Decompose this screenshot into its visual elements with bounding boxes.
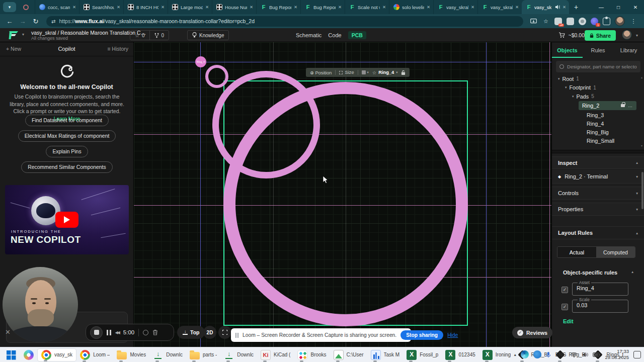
- browser-tab[interactable]: vasy_skral/: [477, 0, 522, 14]
- tab-close-icon[interactable]: [562, 5, 566, 10]
- scrollbar-thumb[interactable]: [641, 172, 643, 209]
- tab-audio-icon[interactable]: [555, 5, 560, 10]
- browser-tab[interactable]: solo levelin: [389, 0, 433, 14]
- taskbar-item[interactable]: [3, 348, 20, 361]
- layer-swatch-dropdown[interactable]: ▾: [362, 70, 369, 74]
- browser-menu-icon[interactable]: ⋮: [629, 17, 637, 25]
- reviews-button[interactable]: ✓ Reviews: [512, 327, 552, 338]
- tab-objects[interactable]: Objects: [552, 45, 583, 58]
- maximize-button[interactable]: □: [610, 5, 627, 10]
- taskbar-item[interactable]: parts -: [186, 348, 220, 361]
- pad-origin-badge[interactable]: Ring_4: [195, 56, 206, 67]
- tab-close-icon[interactable]: [338, 5, 342, 10]
- taskbar-item[interactable]: KiCad (: [257, 348, 294, 361]
- hide-banner-link[interactable]: Hide: [447, 332, 458, 338]
- new-tab-button[interactable]: +: [574, 3, 578, 11]
- taskbar-item[interactable]: Loom –: [76, 348, 113, 361]
- site-info-icon[interactable]: ⇄: [51, 19, 55, 24]
- panel-close-icon[interactable]: ✕: [5, 328, 11, 336]
- address-bar[interactable]: ⇄ https://www.flux.ai/vasy_skral/reasona…: [46, 16, 523, 27]
- speaker-icon[interactable]: [582, 352, 588, 357]
- row-menu-icon[interactable]: …: [628, 103, 633, 108]
- unlock-icon[interactable]: [401, 70, 406, 75]
- tab-close-icon[interactable]: [161, 5, 165, 10]
- knowledge-button[interactable]: Knowledge: [187, 30, 229, 40]
- flux-logo-icon[interactable]: [7, 30, 20, 41]
- taskbar-item[interactable]: Task M: [367, 348, 404, 361]
- tree-caret-icon[interactable]: ▾: [565, 85, 567, 89]
- close-window-button[interactable]: ✕: [627, 5, 644, 10]
- tab-search-chevron-icon[interactable]: ▾: [3, 2, 16, 12]
- stop-sharing-button[interactable]: Stop sharing: [400, 330, 443, 340]
- browser-tab[interactable]: Searchhous: [79, 0, 123, 14]
- taskbar-item[interactable]: C:\User: [330, 348, 367, 361]
- actual-tab[interactable]: Actual: [557, 247, 596, 257]
- project-title[interactable]: vasy_skral / Reasonable Maroon Translati…: [31, 30, 146, 36]
- tab-pcb[interactable]: PCB: [348, 31, 366, 39]
- lock-icon[interactable]: [621, 104, 625, 107]
- extension-icon[interactable]: [567, 18, 574, 25]
- restart-icon[interactable]: ◀◀: [115, 330, 119, 335]
- taskbar-item[interactable]: Fossil_p: [403, 348, 442, 361]
- position-tool[interactable]: ⊕ Position: [310, 70, 332, 75]
- user-avatar[interactable]: [622, 30, 632, 40]
- logo-caret-icon[interactable]: ▾: [22, 32, 24, 37]
- scroll-down-icon[interactable]: ▾: [641, 144, 642, 147]
- pad-selector-dropdown[interactable]: ☆Ring_4▾: [372, 70, 398, 75]
- taskbar-item[interactable]: Downlc: [220, 348, 257, 361]
- browser-tab[interactable]: Bug Report: [300, 0, 345, 14]
- tab-close-icon[interactable]: [205, 5, 209, 10]
- asset-field[interactable]: Asset Ring_4: [572, 280, 628, 296]
- youtube-play-button[interactable]: [55, 212, 78, 228]
- delete-recording-icon[interactable]: [152, 329, 158, 335]
- object-search-input[interactable]: Designator, part name or selector: [556, 61, 640, 72]
- scale-field[interactable]: Scale 0.03: [572, 297, 628, 313]
- tree-group-row[interactable]: ▾ Footprint 1: [552, 83, 644, 93]
- inspect-section-header[interactable]: Inspect▴: [552, 156, 644, 169]
- tab-close-icon[interactable]: [515, 5, 519, 10]
- tray-chevron-icon[interactable]: ▴: [514, 352, 516, 357]
- pcb-canvas[interactable]: Ring_4 ⊕ Position Size ▾ ☆Ring_4▾: [134, 42, 551, 347]
- copilot-video-thumbnail[interactable]: INTRODUCING THE NEW COPILOT: [5, 185, 129, 254]
- terminal-row[interactable]: ◆Ring_2 · Terminal ▾: [552, 170, 644, 184]
- tree-group-row[interactable]: ▾ Root 1: [552, 74, 644, 83]
- tree-row[interactable]: Ring_4: [587, 119, 604, 128]
- tree-row[interactable]: Ring_3: [587, 111, 604, 120]
- tree-row[interactable]: Ring_Big: [587, 128, 609, 137]
- properties-section-header[interactable]: Properties▾: [552, 203, 644, 216]
- tree-caret-icon[interactable]: ▾: [558, 77, 560, 81]
- tab-close-icon[interactable]: [294, 5, 297, 10]
- browser-tab[interactable]: Scale not w: [345, 0, 389, 14]
- minimize-button[interactable]: —: [593, 5, 610, 10]
- browser-profile-avatar[interactable]: [615, 16, 625, 26]
- pad-ring[interactable]: [223, 82, 468, 326]
- computed-tab[interactable]: Computed: [596, 247, 635, 257]
- back-button[interactable]: ←: [3, 18, 16, 25]
- stop-recording-button[interactable]: [90, 326, 103, 339]
- taskbar-item[interactable]: Ironing: [479, 348, 515, 361]
- scale-value[interactable]: 0.03: [577, 302, 628, 308]
- browser-tab[interactable]: Bug Report: [256, 0, 300, 14]
- taskbar-item[interactable]: Downlc: [149, 348, 186, 361]
- wifi-icon[interactable]: [571, 352, 578, 357]
- taskbar-item[interactable]: [20, 348, 37, 361]
- onedrive-icon[interactable]: [533, 350, 541, 358]
- avatar-caret-icon[interactable]: ▾: [636, 33, 638, 38]
- tab-library[interactable]: Library: [613, 45, 644, 58]
- size-tool[interactable]: Size: [339, 70, 354, 75]
- cart-button[interactable]: ~$0.00: [558, 28, 585, 42]
- bookmark-star-icon[interactable]: ☆: [542, 17, 550, 25]
- notification-center-icon[interactable]: [633, 351, 641, 358]
- copilot-prompt-button[interactable]: Find Datasheet for component: [25, 115, 109, 126]
- reload-button[interactable]: ↻: [29, 18, 42, 25]
- browser-tab[interactable]: cocc, scamp: [35, 0, 79, 14]
- tab-rules[interactable]: Rules: [583, 45, 613, 58]
- extension-vpn-icon[interactable]: [554, 18, 562, 25]
- tree-group-row[interactable]: ▾ Pads 5: [552, 92, 644, 101]
- history-button[interactable]: ≡ History: [107, 46, 128, 52]
- camera-toggle-icon[interactable]: [143, 330, 148, 335]
- layout-rules-section-header[interactable]: Layout Rules▴: [552, 226, 644, 239]
- taskbar-item[interactable]: vasy_sk: [37, 348, 76, 361]
- tab-close-icon[interactable]: [72, 5, 76, 10]
- browser-tab[interactable]: Large mode: [168, 0, 212, 14]
